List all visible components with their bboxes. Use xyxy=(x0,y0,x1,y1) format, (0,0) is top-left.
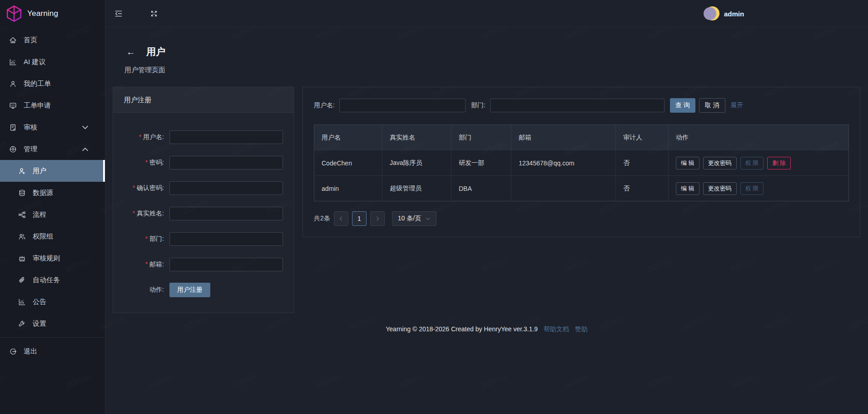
edit-button[interactable]: 编 辑 xyxy=(676,182,699,195)
sidebar-item-label: 管理 xyxy=(24,145,37,154)
yearning-logo-icon xyxy=(5,5,23,22)
permission-button[interactable]: 权 限 xyxy=(740,157,764,170)
sidebar-item-order-apply[interactable]: 工单申请 xyxy=(0,95,105,116)
change-password-button[interactable]: 更改密码 xyxy=(703,182,737,195)
avatar xyxy=(704,5,720,22)
sidebar-item-announce[interactable]: 公告 xyxy=(0,291,105,313)
search-bar: 用户名: 部门: 查 询 取 消 展开 xyxy=(314,98,849,113)
chevron-down-icon xyxy=(426,216,431,221)
cell-2: 研发一部 xyxy=(451,150,511,176)
chevron-down-icon xyxy=(81,124,89,131)
search-username-input[interactable] xyxy=(339,99,466,112)
search-dept-input[interactable] xyxy=(490,99,665,112)
back-button[interactable]: ← xyxy=(126,47,135,56)
edit-button[interactable]: 编 辑 xyxy=(676,157,699,170)
sidebar-item-label: 审核 xyxy=(24,123,37,132)
cell-actions: 编 辑更改密码权 限 xyxy=(669,176,849,201)
change-password-button[interactable]: 更改密码 xyxy=(703,157,737,170)
register-email-input[interactable] xyxy=(169,258,283,271)
sponsor-link[interactable]: 赞助 xyxy=(575,325,588,333)
sidebar-item-label: 首页 xyxy=(24,36,37,45)
column-header-3: 邮箱 xyxy=(511,125,616,150)
chevron-right-icon xyxy=(375,216,380,221)
sidebar-item-flow[interactable]: 流程 xyxy=(0,204,105,225)
user-menu[interactable]: admin xyxy=(704,5,744,22)
register-label-email: *邮箱: xyxy=(116,260,169,269)
register-label-password: *密码: xyxy=(116,159,169,167)
sidebar-item-home[interactable]: 首页 xyxy=(0,29,105,51)
query-button[interactable]: 查 询 xyxy=(670,98,695,113)
page-1-button[interactable]: 1 xyxy=(352,211,367,226)
sidebar-item-datasource[interactable]: 数据源 xyxy=(0,182,105,204)
expand-link[interactable]: 展开 xyxy=(731,101,744,110)
cell-0: admin xyxy=(314,176,382,201)
watermark-text: admin xyxy=(812,371,840,391)
permission-button[interactable]: 权 限 xyxy=(740,182,764,195)
sidebar-item-label: 用户 xyxy=(33,167,46,175)
footer: Yearning © 2018-2026 Created by HenryYee… xyxy=(105,325,868,334)
perm-group-icon xyxy=(18,233,26,240)
register-confirm-password-input[interactable] xyxy=(169,181,283,195)
page-size-select[interactable]: 10 条/页 xyxy=(392,211,436,226)
topbar: admin xyxy=(105,0,868,27)
register-field-department: *部门: xyxy=(116,232,283,246)
sidebar-item-auto-task[interactable]: 自动任务 xyxy=(0,269,105,291)
register-password-input[interactable] xyxy=(169,156,283,170)
register-label-real-name: *真实姓名: xyxy=(116,209,169,218)
register-department-input[interactable] xyxy=(169,232,283,246)
register-username-input[interactable] xyxy=(169,130,283,144)
page-subtitle: 用户管理页面 xyxy=(124,66,868,75)
sidebar-item-label: 审核规则 xyxy=(33,254,60,263)
menu-fold-icon[interactable] xyxy=(114,10,123,18)
watermark-text: admin xyxy=(563,371,591,391)
prev-page-button[interactable] xyxy=(334,211,348,226)
sidebar-item-ai-suggest[interactable]: AI 建议 xyxy=(0,51,105,73)
cell-4: 否 xyxy=(616,176,669,201)
sidebar-item-perm-group[interactable]: 权限组 xyxy=(0,225,105,247)
audit-rule-icon xyxy=(18,254,26,262)
app-logo[interactable]: Yearning xyxy=(0,0,105,27)
required-asterisk: * xyxy=(139,133,141,140)
sidebar: Yearning 首页AI 建议我的工单工单申请审核管理用户数据源流程权限组审核… xyxy=(0,0,105,414)
required-asterisk: * xyxy=(145,260,148,268)
sidebar-divider xyxy=(0,337,105,338)
delete-button[interactable]: 删 除 xyxy=(767,157,791,170)
watermark-text: admin xyxy=(313,371,342,391)
help-docs-link[interactable]: 帮助文档 xyxy=(544,325,569,333)
register-field-confirm-password: *确认密码: xyxy=(116,181,283,195)
sidebar-item-logout[interactable]: 退出 xyxy=(0,340,105,362)
page-title: 用户 xyxy=(146,45,165,58)
announce-icon xyxy=(18,298,26,306)
sidebar-item-label: 退出 xyxy=(24,347,37,356)
sidebar-item-my-orders[interactable]: 我的工单 xyxy=(0,73,105,95)
register-label-confirm-password: *确认密码: xyxy=(116,184,169,192)
sidebar-item-label: 工单申请 xyxy=(24,101,51,110)
fullscreen-icon[interactable] xyxy=(150,10,158,18)
sidebar-item-audit-rule[interactable]: 审核规则 xyxy=(0,247,105,269)
my-orders-icon xyxy=(9,80,17,88)
main-content: ← 用户 用户管理页面 用户注册 *用户名:*密码:*确认密码:*真实姓名:*部… xyxy=(105,27,868,334)
sidebar-item-label: 公告 xyxy=(33,298,46,306)
users-panel: 用户名: 部门: 查 询 取 消 展开 用户名真实姓名部门邮箱审计人动作 Cod… xyxy=(303,87,860,237)
required-asterisk: * xyxy=(145,235,148,242)
search-username-label: 用户名: xyxy=(314,101,335,110)
register-real-name-input[interactable] xyxy=(169,207,283,220)
cell-4: 否 xyxy=(616,150,669,176)
cell-3 xyxy=(511,176,616,201)
sidebar-item-users[interactable]: 用户 xyxy=(0,160,105,182)
register-submit-button[interactable]: 用户注册 xyxy=(169,283,210,297)
current-user-name: admin xyxy=(724,10,744,18)
sidebar-item-manage[interactable]: 管理 xyxy=(0,138,105,160)
required-asterisk: * xyxy=(133,209,135,217)
next-page-button[interactable] xyxy=(370,211,385,226)
cancel-button[interactable]: 取 消 xyxy=(699,98,725,113)
sidebar-item-settings[interactable]: 设置 xyxy=(0,313,105,334)
cell-3: 12345678@qq.com xyxy=(511,150,616,176)
flow-icon xyxy=(18,211,26,219)
sidebar-item-audit[interactable]: 审核 xyxy=(0,116,105,138)
datasource-icon xyxy=(18,189,26,197)
column-header-4: 审计人 xyxy=(616,125,669,150)
register-label-department: *部门: xyxy=(116,235,169,243)
logout-icon xyxy=(9,348,17,355)
cell-1: Java陈序员 xyxy=(382,150,451,176)
